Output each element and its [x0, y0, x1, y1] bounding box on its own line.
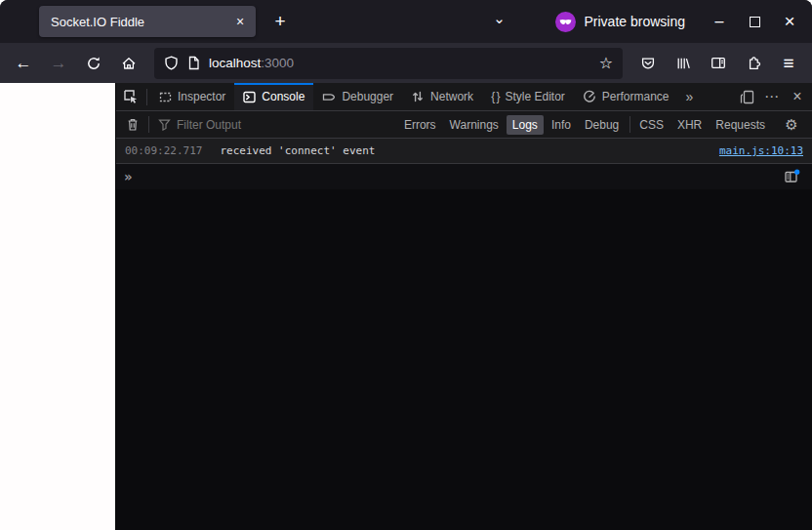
- devtools-tab-performance[interactable]: Performance: [574, 83, 678, 110]
- extensions-button[interactable]: [738, 48, 769, 79]
- devtools-tab-label: Performance: [602, 90, 670, 103]
- list-tabs-chevron-down-icon[interactable]: ⌄: [485, 7, 514, 36]
- console-output-empty-area[interactable]: [116, 189, 812, 530]
- browser-tab[interactable]: Socket.IO Fiddle ×: [39, 6, 256, 37]
- bookmark-star-icon[interactable]: ☆: [599, 54, 613, 72]
- devtools-tab-label: Style Editor: [505, 90, 564, 103]
- window-controls: – ×: [707, 9, 802, 34]
- separator: [148, 116, 149, 133]
- pocket-icon: [640, 56, 656, 71]
- devtools-tab-style-editor[interactable]: { } Style Editor: [482, 83, 574, 110]
- network-icon: [411, 90, 425, 103]
- devtools-tab-label: Console: [262, 90, 304, 103]
- filter-info[interactable]: Info: [546, 115, 577, 135]
- tab-title: Socket.IO Fiddle: [51, 15, 230, 29]
- forward-button[interactable]: →: [43, 48, 74, 79]
- devtools-close-button[interactable]: ×: [785, 84, 810, 109]
- url-port: :3000: [261, 56, 294, 70]
- notification-dot: [794, 170, 799, 175]
- separator: [146, 89, 147, 105]
- pick-element-button[interactable]: [118, 84, 143, 109]
- url-bar[interactable]: localhost:3000 ☆: [154, 48, 623, 79]
- back-button[interactable]: ←: [8, 48, 39, 79]
- new-tab-button[interactable]: +: [265, 7, 295, 36]
- clear-console-button[interactable]: [120, 112, 145, 138]
- window-close-button[interactable]: ×: [777, 9, 802, 34]
- maximize-button[interactable]: [742, 9, 767, 34]
- console-prompt-icon: »: [124, 169, 132, 184]
- devtools-tab-debugger[interactable]: Debugger: [313, 83, 402, 110]
- toolbar-right-icons: ≡: [632, 48, 804, 79]
- content-area: Inspector Console Debugger: [0, 83, 812, 530]
- filter-debug[interactable]: Debug: [579, 115, 625, 135]
- devtools-tab-label: Debugger: [342, 90, 393, 103]
- trash-icon: [126, 117, 140, 132]
- filter-logs[interactable]: Logs: [507, 115, 544, 135]
- devtools-tab-console[interactable]: Console: [234, 83, 313, 110]
- library-button[interactable]: [668, 48, 699, 79]
- console-editor-mode-button[interactable]: [779, 164, 804, 189]
- library-icon: [675, 56, 691, 71]
- filter-output-input[interactable]: [177, 118, 398, 132]
- performance-icon: [583, 90, 596, 103]
- minimize-button[interactable]: –: [707, 9, 732, 34]
- log-source-link[interactable]: main.js:10:13: [719, 144, 803, 157]
- filter-css[interactable]: CSS: [633, 115, 670, 135]
- private-browsing-mask-icon: [555, 12, 576, 32]
- extensions-puzzle-icon: [746, 56, 761, 71]
- app-menu-button[interactable]: ≡: [773, 48, 804, 79]
- url-text: localhost:3000: [209, 56, 590, 70]
- pick-element-icon: [123, 89, 139, 104]
- split-editor-icon: [784, 169, 800, 184]
- devtools-tab-inspector[interactable]: Inspector: [150, 83, 234, 110]
- reload-icon: [86, 56, 102, 71]
- url-host: localhost: [209, 56, 261, 70]
- console-settings-gear-icon[interactable]: ⚙: [779, 112, 804, 138]
- category-filters: CSS XHR Requests: [633, 115, 771, 135]
- home-icon: [121, 56, 137, 71]
- maximize-icon: [750, 17, 760, 27]
- reload-button[interactable]: [78, 48, 109, 79]
- devtools-panel: Inspector Console Debugger: [115, 83, 812, 530]
- responsive-design-icon: [740, 90, 754, 104]
- devtools-tab-label: Network: [430, 90, 473, 103]
- devtools-tab-label: Inspector: [178, 90, 225, 103]
- devtools-toolbox-tabbar: Inspector Console Debugger: [116, 83, 812, 111]
- sidebars-button[interactable]: [703, 48, 734, 79]
- filter-xhr[interactable]: XHR: [671, 115, 708, 135]
- log-level-filters: Errors Warnings Logs Info Debug: [398, 115, 625, 135]
- navigation-toolbar: ← → localhost:3000 ☆: [0, 43, 812, 83]
- home-button[interactable]: [113, 48, 144, 79]
- private-browsing-label: Private browsing: [585, 14, 686, 29]
- style-editor-icon: { }: [491, 90, 499, 103]
- responsive-design-mode-button[interactable]: [734, 84, 759, 109]
- inspector-icon: [159, 91, 172, 103]
- more-tabs-chevron-icon[interactable]: »: [678, 89, 702, 104]
- filter-warnings[interactable]: Warnings: [444, 115, 505, 135]
- sidebars-icon: [710, 56, 726, 70]
- devtools-meatball-menu-button[interactable]: ⋯: [759, 84, 785, 109]
- filter-funnel-icon: [158, 118, 171, 131]
- tab-close-icon[interactable]: ×: [230, 12, 250, 31]
- debugger-icon: [322, 91, 336, 103]
- titlebar: Socket.IO Fiddle × + ⌄ Private browsing …: [0, 0, 812, 43]
- log-message: received 'connect' event: [220, 144, 718, 157]
- private-browsing-badge: Private browsing: [555, 12, 686, 32]
- tracking-protection-shield-icon[interactable]: [164, 56, 179, 70]
- console-input-row[interactable]: »: [116, 164, 812, 189]
- pocket-button[interactable]: [632, 48, 664, 79]
- filter-requests[interactable]: Requests: [710, 115, 771, 135]
- console-filter-bar: Errors Warnings Logs Info Debug CSS XHR …: [116, 111, 812, 139]
- console-log-row[interactable]: 00:09:22.717 received 'connect' event ma…: [116, 139, 812, 164]
- browser-window: Socket.IO Fiddle × + ⌄ Private browsing …: [0, 0, 812, 530]
- log-timestamp: 00:09:22.717: [125, 144, 202, 157]
- site-info-page-icon[interactable]: [187, 56, 200, 70]
- page-viewport[interactable]: [0, 83, 115, 530]
- separator: [629, 116, 630, 133]
- filter-errors[interactable]: Errors: [398, 115, 442, 135]
- console-icon: [243, 91, 256, 103]
- devtools-tab-network[interactable]: Network: [402, 83, 482, 110]
